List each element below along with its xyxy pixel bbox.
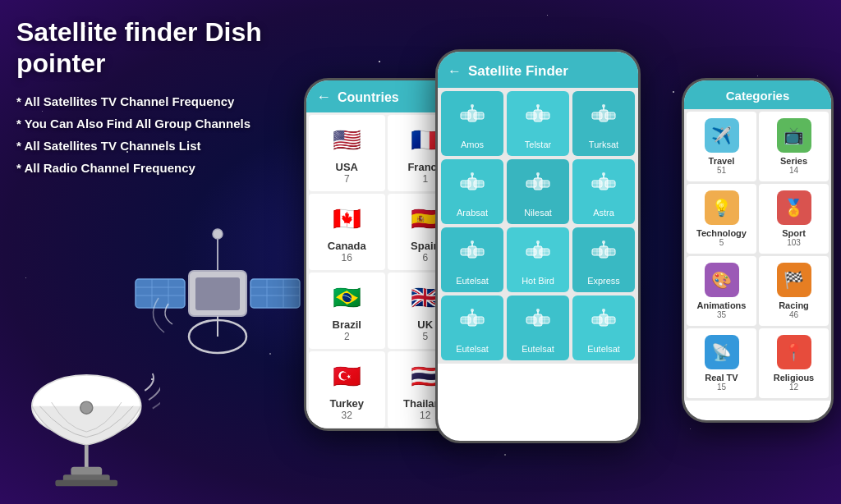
satellite-name: Eutelsat: [456, 276, 489, 286]
category-icon-wrap: 📺: [777, 118, 811, 153]
category-item[interactable]: 📺 Series 14: [759, 112, 829, 181]
phone-satellite: ← Satellite Finder Amos Telstar: [435, 49, 641, 443]
satellite-name: Nilesat: [524, 208, 552, 218]
category-icon: 📡: [711, 342, 732, 362]
satellite-item[interactable]: Astra: [572, 159, 635, 224]
satellite-icon: [589, 305, 618, 341]
svg-point-48: [602, 104, 605, 108]
satellite-item[interactable]: Amos: [441, 91, 503, 156]
category-icon: 📺: [784, 126, 804, 145]
category-name: Religious: [774, 373, 815, 383]
satellite-item[interactable]: Eutelsat: [441, 227, 503, 292]
category-count: 5: [719, 238, 724, 247]
satellite-name: Turksat: [589, 140, 618, 149]
category-name: Technology: [696, 228, 747, 238]
country-name: Brazil: [333, 318, 361, 331]
countries-back-arrow[interactable]: ←: [316, 89, 331, 106]
category-icon-wrap: 📍: [777, 335, 811, 369]
country-count: 12: [420, 410, 430, 421]
svg-point-84: [471, 241, 474, 244]
svg-rect-91: [534, 246, 542, 258]
category-name: Travel: [709, 156, 735, 166]
satellite-item[interactable]: Arabsat: [441, 159, 503, 224]
feature-item: * You Can Also Find All Group Channels: [16, 117, 312, 131]
category-item[interactable]: 🎨 Animations 35: [687, 256, 756, 326]
svg-rect-118: [534, 314, 542, 326]
satellite-item[interactable]: Eutelsat: [572, 296, 635, 360]
country-name: USA: [336, 161, 358, 173]
satellite-header: ← Satellite Finder: [438, 52, 638, 88]
svg-rect-127: [600, 314, 608, 326]
satellite-item[interactable]: Eutelsat: [507, 296, 569, 360]
category-icon: 🏁: [784, 270, 804, 290]
satellite-name: Astra: [593, 208, 614, 218]
category-item[interactable]: 📍 Religious 12: [759, 328, 829, 398]
country-count: 32: [342, 410, 352, 421]
category-icon-wrap: ✈️: [705, 118, 739, 153]
svg-point-129: [602, 309, 605, 312]
satellite-item[interactable]: Express: [572, 227, 635, 292]
feature-list: * All Satellites TV Channel Frequency* Y…: [16, 94, 312, 175]
category-item[interactable]: 📡 Real TV 15: [687, 328, 756, 398]
country-name: UK: [417, 318, 433, 331]
categories-title: Categories: [726, 89, 790, 103]
country-item[interactable]: 🇧🇷 Brazil 2: [309, 273, 385, 349]
satellite-icon: [457, 169, 487, 204]
svg-rect-11: [195, 277, 240, 310]
svg-rect-73: [600, 178, 608, 190]
satellite-item[interactable]: Nilesat: [507, 159, 569, 224]
country-count: 1: [422, 173, 428, 185]
category-name: Racing: [779, 300, 809, 310]
satellite-name: Hot Bird: [522, 276, 554, 286]
svg-point-17: [80, 401, 93, 414]
category-icon-wrap: 🏅: [777, 190, 811, 225]
category-count: 12: [789, 383, 798, 392]
feature-item: * All Satellites TV Channel Frequency: [16, 94, 312, 108]
category-icon: ✈️: [711, 126, 732, 145]
satellite-back-arrow[interactable]: ←: [448, 63, 462, 80]
svg-rect-55: [468, 178, 476, 190]
country-item[interactable]: 🇹🇷 Turkey 32: [309, 351, 385, 428]
category-name: Sport: [782, 228, 806, 238]
category-icon: 🏅: [784, 198, 804, 218]
feature-item: * All Satellites TV Channels List: [16, 139, 312, 153]
country-flag: 🇹🇷: [329, 358, 365, 394]
country-name: Turkey: [329, 397, 364, 410]
country-item[interactable]: 🇨🇦 Canada 16: [309, 194, 385, 270]
country-item[interactable]: 🇺🇸 USA 7: [309, 115, 385, 191]
satellite-illustration: [127, 218, 308, 365]
country-count: 2: [344, 331, 350, 342]
svg-point-111: [471, 309, 474, 312]
country-flag: 🇨🇦: [329, 200, 365, 236]
satellite-icon: [523, 169, 553, 204]
satellite-item[interactable]: Eutelsat: [441, 296, 503, 360]
satellite-title: Satellite Finder: [468, 63, 568, 80]
svg-point-102: [602, 241, 605, 244]
categories-grid: ✈️ Travel 51 📺 Series 14 💡 Technology 5 …: [684, 109, 831, 401]
country-name: Canada: [328, 240, 366, 252]
category-icon: 📍: [784, 342, 804, 362]
category-item[interactable]: 🏁 Racing 46: [759, 256, 829, 326]
svg-rect-46: [600, 110, 608, 121]
category-item[interactable]: ✈️ Travel 51: [687, 112, 756, 181]
svg-rect-5: [250, 279, 300, 308]
satellite-icon: [523, 101, 553, 136]
satellite-icon: [589, 101, 618, 136]
svg-point-120: [536, 309, 540, 312]
country-count: 5: [422, 331, 428, 342]
phone-categories: Categories ✈️ Travel 51 📺 Series 14 💡 Te…: [682, 78, 834, 423]
category-name: Animations: [697, 300, 747, 310]
category-name: Real TV: [705, 373, 738, 383]
category-icon-wrap: 💡: [705, 190, 739, 225]
satellite-item[interactable]: Hot Bird: [507, 227, 569, 292]
category-icon-wrap: 📡: [705, 335, 739, 369]
svg-rect-0: [136, 279, 185, 308]
satellite-item[interactable]: Telstar: [507, 91, 569, 156]
satellite-name: Eutelsat: [587, 344, 620, 354]
satellite-item[interactable]: Turksat: [572, 91, 635, 156]
category-item[interactable]: 🏅 Sport 103: [759, 184, 829, 254]
category-item[interactable]: 💡 Technology 5: [687, 184, 756, 254]
satellite-name: Amos: [461, 140, 484, 149]
satellite-name: Eutelsat: [456, 344, 489, 354]
country-count: 6: [422, 252, 428, 263]
